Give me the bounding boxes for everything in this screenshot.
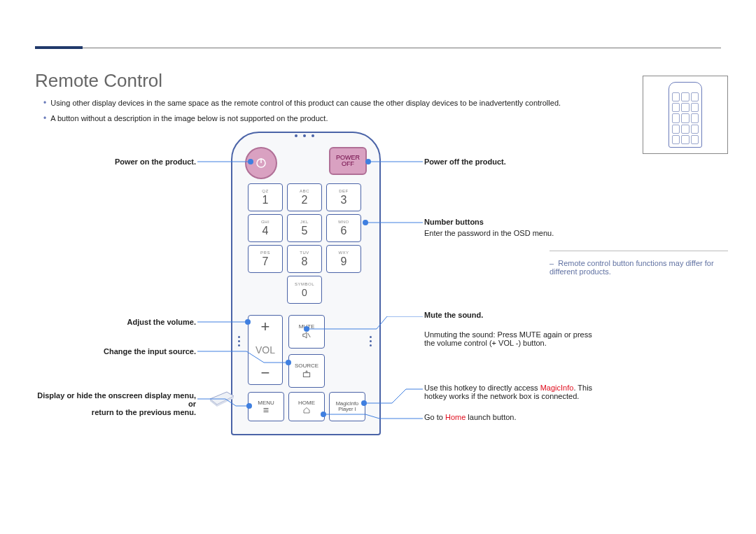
callout-menu: Display or hide the onscreen display men… bbox=[28, 391, 196, 416]
key-6-abc: MNO bbox=[338, 220, 349, 224]
source-icon bbox=[302, 370, 312, 379]
caution-bullets: Using other display devices in the same … bbox=[43, 98, 561, 129]
home-button[interactable]: HOME bbox=[288, 392, 325, 421]
key-1[interactable]: QZ1 bbox=[248, 183, 283, 211]
key-0[interactable]: SYMBOL0 bbox=[287, 276, 322, 304]
callout-magicinfo-before: Use this hotkey to directly access bbox=[424, 384, 540, 392]
callout-home-after: launch button. bbox=[465, 413, 516, 421]
side-dots-right bbox=[370, 336, 374, 346]
header-rule bbox=[35, 48, 721, 48]
key-6[interactable]: MNO6 bbox=[326, 214, 361, 242]
callout-mute-token: MUTE bbox=[519, 330, 541, 339]
key-4-num: 4 bbox=[262, 225, 269, 237]
svg-rect-5 bbox=[264, 409, 269, 410]
volume-up[interactable]: + bbox=[248, 316, 282, 338]
note-rule bbox=[550, 251, 728, 251]
key-8[interactable]: TUV8 bbox=[287, 245, 322, 273]
source-button[interactable]: SOURCE bbox=[288, 354, 325, 388]
volume-down[interactable]: − bbox=[248, 362, 282, 384]
key-5[interactable]: JKL5 bbox=[287, 214, 322, 242]
svg-rect-6 bbox=[264, 412, 269, 412]
dot-magicinfo bbox=[361, 400, 367, 406]
callout-magicinfo-token: MagicInfo bbox=[540, 384, 574, 392]
callout-power-off: Power off the product. bbox=[424, 157, 506, 166]
dot-power-on bbox=[248, 159, 253, 164]
leader-numbers bbox=[365, 217, 423, 227]
svg-rect-4 bbox=[264, 408, 269, 409]
dot-change-source bbox=[286, 360, 291, 365]
leader-menu bbox=[197, 392, 253, 409]
key-4-abc: GHI bbox=[261, 220, 270, 224]
key-3-abc: DEF bbox=[339, 189, 349, 193]
key-8-abc: TUV bbox=[300, 251, 309, 255]
key-0-num: 0 bbox=[302, 287, 307, 298]
remote-body: POWER OFF QZ1 ABC2 DEF3 GHI4 JKL5 MNO6 P… bbox=[231, 132, 381, 435]
header-rule-accent bbox=[35, 46, 83, 49]
bullet-text-2: A button without a description in the im… bbox=[50, 114, 328, 122]
dot-power-off bbox=[365, 159, 371, 164]
callout-power-on: Power on the product. bbox=[42, 157, 196, 166]
dot-numbers bbox=[363, 220, 368, 225]
callout-numbers-title: Number buttons bbox=[424, 218, 554, 226]
leader-mute bbox=[307, 316, 423, 333]
callout-change-source: Change the input source. bbox=[42, 347, 196, 356]
key-2-num: 2 bbox=[302, 194, 308, 206]
menu-icon bbox=[262, 406, 270, 414]
page-title: Remote Control bbox=[35, 70, 162, 92]
number-keypad: QZ1 ABC2 DEF3 GHI4 JKL5 MNO6 PRS7 TUV8 W… bbox=[248, 183, 361, 304]
key-7[interactable]: PRS7 bbox=[248, 245, 283, 273]
dot-menu bbox=[246, 403, 252, 409]
home-text: HOME bbox=[298, 400, 315, 406]
remote-thumbnail bbox=[668, 82, 702, 148]
remote-top-dots bbox=[292, 127, 320, 134]
key-3-num: 3 bbox=[341, 194, 347, 206]
note-text: Remote control button functions may diff… bbox=[550, 259, 728, 276]
dot-mute bbox=[304, 326, 309, 332]
callout-numbers: Number buttons Enter the password in the… bbox=[424, 218, 554, 237]
leader-home bbox=[323, 412, 423, 423]
magicinfo-text: MagicInfo Player I bbox=[336, 401, 359, 412]
key-9-num: 9 bbox=[341, 255, 347, 268]
key-2-abc: ABC bbox=[300, 189, 309, 193]
key-5-num: 5 bbox=[302, 225, 308, 237]
key-4[interactable]: GHI4 bbox=[248, 214, 283, 242]
key-1-num: 1 bbox=[262, 194, 269, 206]
callout-home-token: Home bbox=[445, 413, 465, 421]
leader-power-off bbox=[368, 153, 423, 167]
svg-rect-3 bbox=[303, 373, 309, 377]
leader-magicinfo bbox=[364, 385, 423, 406]
dot-home bbox=[321, 412, 326, 417]
callout-mute: Mute the sound. Unmuting the sound: Pres… bbox=[424, 311, 606, 347]
key-0-abc: SYMBOL bbox=[295, 282, 314, 286]
callout-adjust-volume: Adjust the volume. bbox=[42, 318, 196, 326]
key-6-num: 6 bbox=[341, 225, 347, 237]
key-1-abc: QZ bbox=[262, 189, 268, 193]
callout-home: Go to Home launch button. bbox=[424, 413, 516, 421]
source-text: SOURCE bbox=[295, 363, 318, 369]
key-9-abc: WXY bbox=[338, 251, 349, 255]
callout-home-before: Go to bbox=[424, 413, 445, 421]
callout-numbers-desc: Enter the password in the OSD menu. bbox=[424, 229, 554, 237]
key-2[interactable]: ABC2 bbox=[287, 183, 322, 211]
key-9[interactable]: WXY9 bbox=[326, 245, 361, 273]
key-5-abc: JKL bbox=[300, 220, 309, 224]
callout-mute-title: Mute the sound. bbox=[424, 311, 606, 319]
home-icon bbox=[302, 406, 311, 414]
power-off-label: POWER OFF bbox=[336, 155, 360, 168]
key-7-abc: PRS bbox=[260, 251, 270, 255]
dot-adjust-volume bbox=[245, 319, 251, 325]
leader-change-source bbox=[197, 343, 292, 364]
key-8-num: 8 bbox=[302, 255, 308, 268]
menu-text: MENU bbox=[258, 400, 274, 406]
remote-thumbnail-frame bbox=[643, 76, 728, 154]
bullet-text-1: Using other display devices in the same … bbox=[50, 99, 561, 107]
key-3[interactable]: DEF3 bbox=[326, 183, 361, 211]
key-7-num: 7 bbox=[262, 255, 269, 268]
power-off-button[interactable]: POWER OFF bbox=[329, 147, 367, 175]
svg-line-2 bbox=[308, 333, 311, 337]
callout-mute-before: Unmuting the sound: Press bbox=[424, 330, 519, 339]
callout-magicinfo: Use this hotkey to directly access Magic… bbox=[424, 384, 620, 400]
